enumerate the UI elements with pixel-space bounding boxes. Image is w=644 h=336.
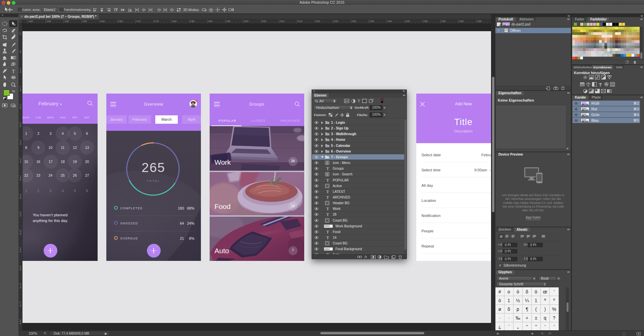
svg-text:T: T — [12, 69, 15, 74]
svg-text:+: + — [602, 75, 603, 77]
